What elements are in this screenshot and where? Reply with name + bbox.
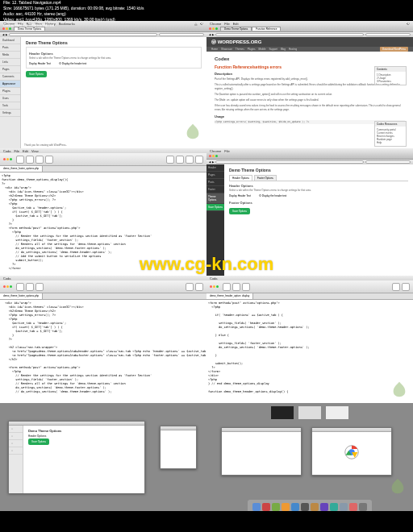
space-thumb[interactable] — [298, 406, 321, 419]
save-button[interactable]: Save Options — [26, 71, 47, 77]
dock-app-icon[interactable] — [349, 503, 357, 511]
desc-p2: The $sanitize option is passed into sani… — [215, 93, 405, 97]
pane-editor-4: Coda demo_theme_header_option_display <f… — [206, 276, 413, 403]
wp-sidebar: Dashboard Posts Media Links Pages Commen… — [0, 37, 21, 148]
sb-header[interactable]: Header — [206, 164, 224, 172]
mini-window[interactable]: □□□□ Demo Theme OptionsHeader OptionsSav… — [8, 421, 145, 493]
wifi-icon: ⧋ — [194, 22, 198, 26]
sidebar-links[interactable]: Links — [0, 59, 20, 66]
clock: ⏱ — [200, 22, 203, 26]
pane-wp-admin-1: Chrome FileEditViewHistoryBookmarks ⧋⏱ D… — [0, 21, 206, 148]
sidebar-plugins[interactable]: Plugins — [0, 88, 20, 95]
pane-wporg-codex: ChromeFileEdit⏱ Demo Theme OptionsFuncti… — [206, 21, 413, 148]
resources-box: Codex Resources Community portalCurrent … — [374, 121, 407, 147]
sidebar-pages[interactable]: Pages — [0, 66, 20, 73]
toolbar-btn[interactable] — [186, 156, 194, 164]
sb-posts[interactable]: Posts — [206, 179, 224, 186]
toolbar-btn[interactable] — [45, 156, 53, 164]
nav-blog[interactable]: Blog — [281, 48, 286, 51]
sidebar-media[interactable]: Media — [0, 52, 20, 59]
sb-save[interactable]: Save Options — [206, 204, 224, 211]
sidebar-settings[interactable]: Settings — [0, 110, 20, 117]
nav-host[interactable]: Hosting — [289, 48, 297, 51]
dock-app-icon[interactable] — [330, 503, 338, 511]
toolbar-btn[interactable] — [195, 156, 203, 164]
editor-tab[interactable]: demo_theme_footer_options.php — [0, 166, 43, 172]
dock-app-icon[interactable] — [301, 503, 309, 511]
sidebar-tools[interactable]: Tools — [0, 102, 20, 110]
space-thumb[interactable] — [326, 406, 348, 419]
dock-app-icon[interactable] — [320, 503, 328, 511]
tab-footer[interactable]: Footer Options — [254, 175, 277, 181]
toolbar-btn[interactable] — [176, 156, 184, 164]
dock-app-icon[interactable] — [262, 503, 270, 511]
browser-tab-2[interactable]: Function Reference — [252, 27, 281, 31]
pane-wp-admin-2: ChromeFile ◀▶ Header Pages Posts Footer … — [206, 148, 413, 276]
dock-finder-icon[interactable] — [252, 503, 261, 511]
tab-header[interactable]: Header Options — [229, 175, 252, 181]
sb-pages[interactable]: Pages — [206, 172, 224, 179]
nav-support[interactable]: Support — [269, 48, 277, 51]
checkbox[interactable] — [259, 194, 261, 197]
section-caption: Select a tab within the Theme Options me… — [229, 189, 408, 192]
desc-p4: If the user has already saved new values… — [215, 104, 405, 112]
nav-plugins[interactable]: Plugins — [248, 48, 256, 51]
chk-text: Display the header text — [262, 194, 287, 197]
toolbar-btn[interactable] — [35, 156, 44, 164]
url-field[interactable] — [9, 33, 157, 36]
mini-window[interactable] — [311, 427, 392, 476]
sidebar-users[interactable]: Users — [0, 95, 20, 102]
dock-app-icon[interactable] — [291, 503, 299, 511]
dock — [248, 500, 372, 511]
dock-app-icon[interactable] — [311, 503, 319, 511]
checkbox-label: Display the header text — [62, 62, 87, 65]
save-button[interactable]: Save Options — [229, 208, 250, 214]
nav-showcase[interactable]: Showcase — [221, 48, 232, 51]
wp-footer: Thank you for creating with WordPress. — [24, 143, 66, 147]
sidebar-posts[interactable]: Posts — [0, 44, 20, 52]
code-area[interactable]: <div id="wrap"> <div id="icon-themes" cl… — [0, 300, 206, 403]
contents-box: Contents1 Description2 Usage3 Parameters — [374, 66, 407, 85]
usage-heading: Usage — [215, 114, 405, 118]
editor-tab[interactable]: demo_theme_footer_options.php — [0, 293, 43, 299]
dock-app-icon[interactable] — [272, 503, 280, 511]
dock-trash-icon[interactable] — [359, 503, 367, 511]
dock-app-icon[interactable] — [282, 503, 290, 511]
nav-mobile[interactable]: Mobile — [259, 48, 266, 51]
option-label: Display Header Text — [29, 62, 51, 65]
sidebar-appearance[interactable]: Appearance — [0, 81, 20, 88]
mini-window-2[interactable] — [160, 426, 197, 469]
wporg-logo: ⓦ WORDPRESS.ORG — [211, 39, 261, 46]
back-icon[interactable]: ◀ — [2, 33, 4, 36]
fwd-icon[interactable]: ▶ — [6, 33, 7, 36]
browser-tab[interactable]: Demo Theme Options — [220, 27, 252, 31]
nav-themes[interactable]: Themes — [236, 48, 244, 51]
sb-footer[interactable]: Footer — [206, 186, 224, 193]
sb-themeopts[interactable]: Theme Options — [206, 193, 224, 204]
toolbar-btn[interactable] — [16, 156, 24, 164]
sidebar-dashboard[interactable]: Dashboard — [0, 37, 20, 44]
mini-window[interactable] — [221, 427, 302, 476]
nav-home[interactable]: Home — [211, 48, 218, 51]
toolbar-btn[interactable] — [26, 156, 34, 164]
page-title: Demo Theme Options — [26, 40, 202, 45]
editor-tab[interactable]: demo_theme_header_option_display — [206, 293, 253, 299]
file-info: File: 12. Tabbed Navigation.mp4 Size: 16… — [3, 0, 144, 28]
section-h: Header Options — [229, 184, 408, 188]
codex-title: Codex — [215, 56, 405, 61]
header-text-checkbox[interactable] — [59, 62, 61, 64]
chrome-icon — [344, 445, 359, 459]
section-header: Header Options — [29, 52, 198, 56]
search-field[interactable] — [159, 33, 204, 36]
wp-sidebar-dark: Header Pages Posts Footer Theme Options … — [206, 164, 224, 276]
opt-label: Display Header Text — [229, 194, 251, 197]
code-area[interactable]: <form method="post" action="options.php"… — [206, 300, 413, 403]
sidebar-comments[interactable]: Comments — [0, 73, 20, 81]
dock-app-icon[interactable] — [340, 503, 348, 511]
toolbar-btn[interactable] — [166, 156, 174, 164]
page-title: Demo Theme Options — [229, 168, 408, 172]
space-thumb[interactable] — [271, 406, 294, 419]
code-area[interactable]: <?php function demo_theme_options_displa… — [0, 172, 206, 276]
section-caption: Select a tab within the Theme Options me… — [29, 56, 198, 60]
desc-p3: The $hide_on_update option will cause er… — [215, 98, 405, 102]
